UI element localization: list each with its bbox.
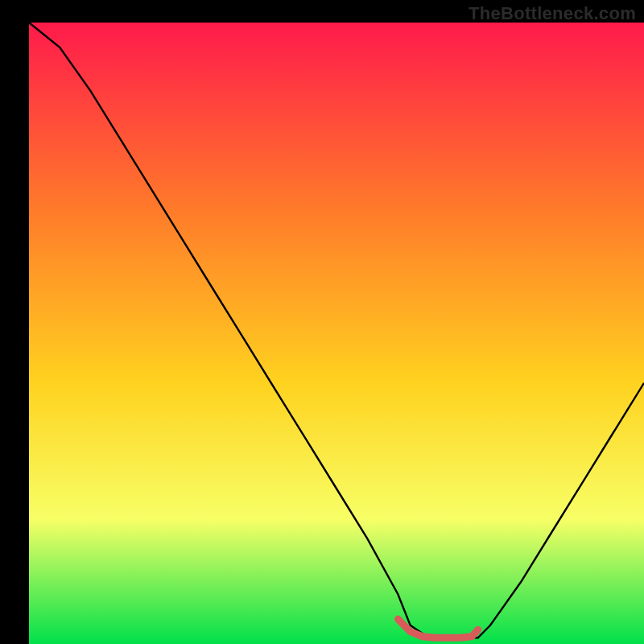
watermark-text: TheBottleneck.com xyxy=(469,3,636,24)
bottleneck-chart xyxy=(0,0,644,644)
plot-background xyxy=(29,23,644,644)
chart-stage: TheBottleneck.com xyxy=(0,0,644,644)
